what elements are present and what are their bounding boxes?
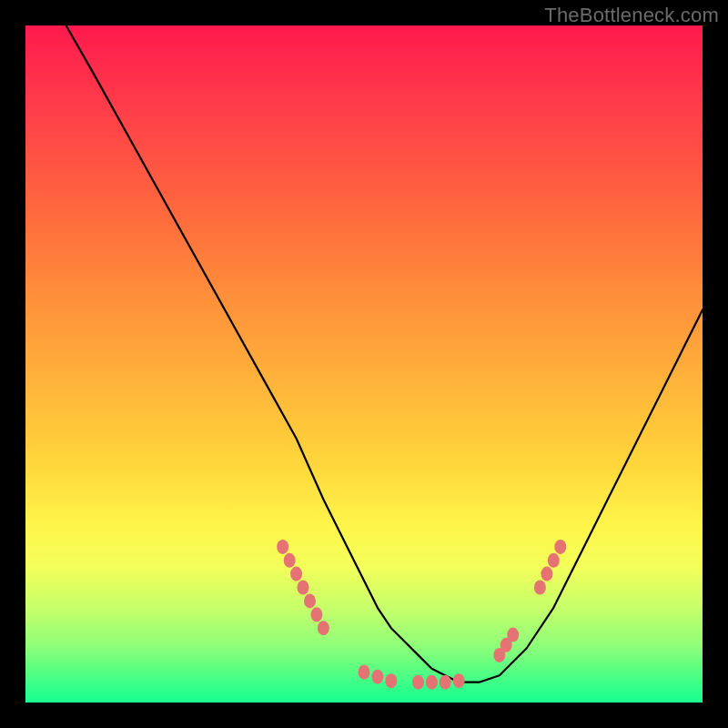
highlight-dot: [277, 540, 288, 554]
highlight-dot: [284, 553, 296, 568]
highlight-dot: [359, 665, 370, 680]
chart-frame: TheBottleneck.com: [0, 0, 728, 728]
curve-line: [66, 25, 703, 682]
highlight-dot: [290, 567, 302, 581]
chart-svg: [25, 25, 703, 703]
highlight-dot: [554, 540, 566, 554]
highlight-dot: [426, 675, 438, 690]
highlight-markers: [277, 540, 566, 690]
highlight-dot: [453, 673, 465, 688]
plot-area: [25, 25, 703, 703]
highlight-dot: [541, 567, 552, 581]
highlight-dot: [371, 670, 383, 684]
highlight-dot: [548, 553, 560, 568]
watermark-text: TheBottleneck.com: [544, 4, 719, 27]
highlight-dot: [507, 628, 519, 642]
highlight-dot: [440, 675, 451, 690]
highlight-dot: [304, 593, 316, 608]
highlight-dot: [310, 607, 322, 622]
highlight-dot: [298, 581, 309, 595]
highlight-dot: [385, 673, 397, 688]
highlight-dot: [534, 581, 546, 595]
highlight-dot: [412, 675, 424, 690]
highlight-dot: [318, 621, 329, 635]
